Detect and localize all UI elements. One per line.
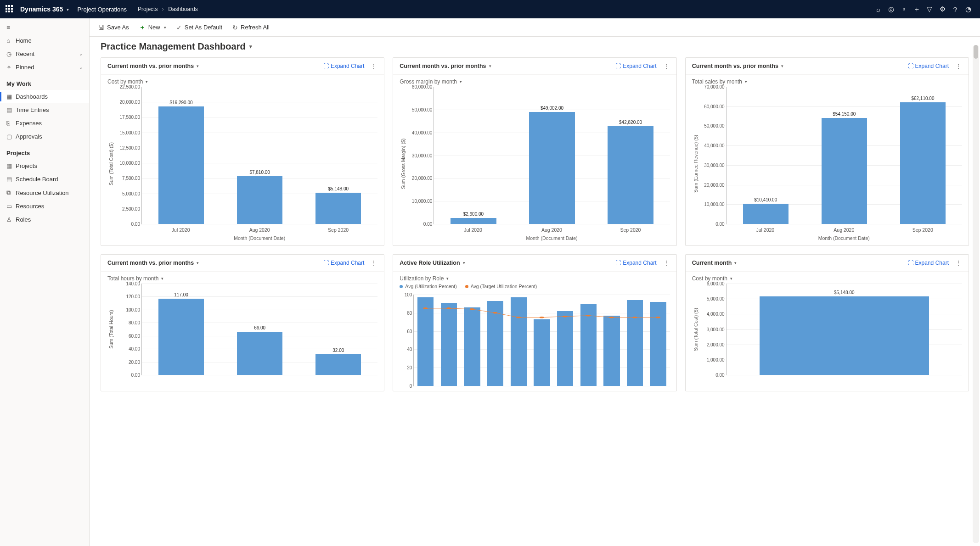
refresh-button[interactable]: ↻Refresh All bbox=[232, 24, 270, 31]
expand-chart-button[interactable]: ⛶Expand Chart bbox=[908, 260, 949, 266]
bar[interactable] bbox=[530, 295, 554, 386]
search-icon[interactable]: ⌕ bbox=[872, 6, 884, 13]
sidebar-item-schedule-board[interactable]: ▤Schedule Board bbox=[0, 173, 89, 186]
account-icon[interactable]: ◔ bbox=[962, 5, 974, 13]
chart-subtitle[interactable]: Total sales by month▾ bbox=[686, 75, 969, 85]
sidebar-item-label: Approvals bbox=[16, 133, 42, 140]
bar[interactable]: $54,150.00 bbox=[805, 87, 884, 224]
sidebar-item-pinned[interactable]: ✧Pinned⌄ bbox=[0, 61, 89, 74]
bar-value-label: 117.00 bbox=[174, 292, 188, 297]
chevron-down-icon[interactable]: ▾ bbox=[463, 261, 465, 265]
bar[interactable] bbox=[507, 295, 530, 386]
bar[interactable]: 66.00 bbox=[220, 284, 299, 375]
bar[interactable] bbox=[623, 295, 647, 386]
app-launcher-icon[interactable] bbox=[6, 5, 14, 13]
sidebar-item-time-entries[interactable]: ▤Time Entries bbox=[0, 103, 89, 117]
bar[interactable] bbox=[647, 295, 670, 386]
expand-chart-button[interactable]: ⛶Expand Chart bbox=[323, 260, 364, 266]
sidebar-toggle-icon[interactable]: ≡ bbox=[0, 21, 89, 34]
more-icon[interactable]: ⋮ bbox=[955, 62, 962, 70]
y-tick: 20 bbox=[388, 365, 414, 370]
x-tick: Sep 2020 bbox=[884, 227, 962, 233]
bar[interactable] bbox=[577, 295, 600, 386]
more-icon[interactable]: ⋮ bbox=[663, 62, 670, 70]
bar[interactable] bbox=[437, 295, 461, 386]
sidebar-item-label: Schedule Board bbox=[16, 176, 58, 183]
set-default-button[interactable]: ✓Set As Default bbox=[176, 24, 222, 31]
sidebar-item-approvals[interactable]: ▢Approvals bbox=[0, 130, 89, 143]
sidebar-group-header: Projects bbox=[0, 143, 89, 159]
bar[interactable] bbox=[484, 295, 507, 386]
expand-chart-button[interactable]: ⛶Expand Chart bbox=[908, 63, 949, 69]
more-icon[interactable]: ⋮ bbox=[663, 259, 670, 267]
bar[interactable] bbox=[414, 295, 437, 386]
settings-icon[interactable]: ⚙ bbox=[936, 5, 949, 13]
brand-label[interactable]: Dynamics 365 bbox=[20, 6, 63, 13]
chart-subtitle[interactable]: Cost by month▾ bbox=[101, 75, 384, 85]
nav-icon: ▤ bbox=[6, 106, 16, 113]
sidebar-item-roles[interactable]: ♙Roles bbox=[0, 213, 89, 226]
chart-subtitle[interactable]: Cost by month▾ bbox=[686, 272, 969, 282]
task-icon[interactable]: ◎ bbox=[884, 5, 897, 13]
breadcrumb-leaf[interactable]: Dashboards bbox=[168, 6, 198, 12]
sidebar-item-resources[interactable]: ▭Resources bbox=[0, 200, 89, 213]
sidebar-item-home[interactable]: ⌂Home bbox=[0, 34, 89, 47]
chart-subtitle[interactable]: Gross margin by month▾ bbox=[393, 75, 676, 85]
expand-icon: ⛶ bbox=[908, 260, 913, 266]
bar-value-label: $62,110.00 bbox=[911, 96, 934, 101]
expand-chart-button[interactable]: ⛶Expand Chart bbox=[615, 260, 656, 266]
x-tick: Aug 2020 bbox=[805, 227, 883, 233]
sidebar-item-projects[interactable]: ▦Projects bbox=[0, 159, 89, 173]
y-tick: 0.00 bbox=[116, 373, 142, 378]
sidebar-item-dashboards[interactable]: ▦Dashboards bbox=[0, 90, 89, 103]
chevron-down-icon[interactable]: ▾ bbox=[781, 64, 783, 68]
bar[interactable]: $62,110.00 bbox=[884, 87, 962, 224]
bar[interactable]: $5,148.00 bbox=[299, 87, 377, 224]
bar[interactable]: $7,810.00 bbox=[220, 87, 299, 224]
more-icon[interactable]: ⋮ bbox=[955, 259, 962, 267]
chevron-down-icon[interactable]: ▾ bbox=[197, 261, 199, 265]
bar[interactable]: 32.00 bbox=[299, 284, 377, 375]
chevron-down-icon[interactable]: ▾ bbox=[489, 64, 491, 68]
y-tick: 5,000.00 bbox=[116, 191, 142, 196]
nav-icon: ▭ bbox=[6, 203, 16, 210]
chart-subtitle[interactable]: Utilization by Role▾ bbox=[393, 272, 676, 282]
y-tick: 3,000.00 bbox=[701, 327, 727, 332]
card-title: Current month vs. prior months bbox=[107, 63, 194, 69]
bar[interactable]: $49,002.00 bbox=[513, 87, 591, 224]
bar[interactable] bbox=[600, 295, 624, 386]
sidebar-item-resource-utilization[interactable]: ⧉Resource Utilization bbox=[0, 186, 89, 200]
chart-card-margin: Current month vs. prior months▾⛶Expand C… bbox=[393, 57, 676, 246]
add-icon[interactable]: ＋ bbox=[910, 5, 923, 14]
bar[interactable]: $2,600.00 bbox=[434, 87, 513, 224]
bar[interactable]: $19,290.00 bbox=[142, 87, 220, 224]
expand-chart-button[interactable]: ⛶Expand Chart bbox=[323, 63, 364, 69]
assistant-icon[interactable]: ♀ bbox=[897, 6, 910, 13]
x-tick: Jul 2020 bbox=[434, 227, 512, 233]
chevron-down-icon[interactable]: ▾ bbox=[67, 7, 69, 12]
scrollbar[interactable] bbox=[973, 45, 979, 543]
bar[interactable]: $10,410.00 bbox=[727, 87, 805, 224]
sidebar-item-expenses[interactable]: ⎘Expenses bbox=[0, 117, 89, 130]
filter-icon[interactable]: ▽ bbox=[923, 5, 936, 13]
bar[interactable]: $5,148.00 bbox=[727, 284, 962, 375]
new-button[interactable]: ＋New▾ bbox=[139, 23, 166, 32]
y-axis-label: Sum (Total Cost) ($) bbox=[107, 87, 115, 241]
expand-chart-button[interactable]: ⛶Expand Chart bbox=[615, 63, 656, 69]
bar[interactable] bbox=[461, 295, 484, 386]
chevron-down-icon[interactable]: ▾ bbox=[197, 64, 199, 68]
breadcrumb-root[interactable]: Projects bbox=[138, 6, 158, 12]
bar[interactable] bbox=[553, 295, 577, 386]
help-icon[interactable]: ? bbox=[949, 6, 962, 13]
scrollbar-thumb[interactable] bbox=[974, 45, 978, 59]
chart-subtitle[interactable]: Total hours by month▾ bbox=[101, 272, 384, 282]
bar[interactable]: 117.00 bbox=[142, 284, 220, 375]
save-as-button[interactable]: 🖫Save As bbox=[98, 24, 129, 31]
more-icon[interactable]: ⋮ bbox=[371, 259, 377, 267]
chevron-down-icon[interactable]: ▾ bbox=[734, 261, 737, 265]
more-icon[interactable]: ⋮ bbox=[371, 62, 377, 70]
page-title[interactable]: Practice Management Dashboard▾ bbox=[90, 37, 980, 57]
sidebar-item-recent[interactable]: ◷Recent⌄ bbox=[0, 47, 89, 61]
bar[interactable]: $42,820.00 bbox=[591, 87, 670, 224]
plus-icon: ＋ bbox=[139, 23, 146, 32]
